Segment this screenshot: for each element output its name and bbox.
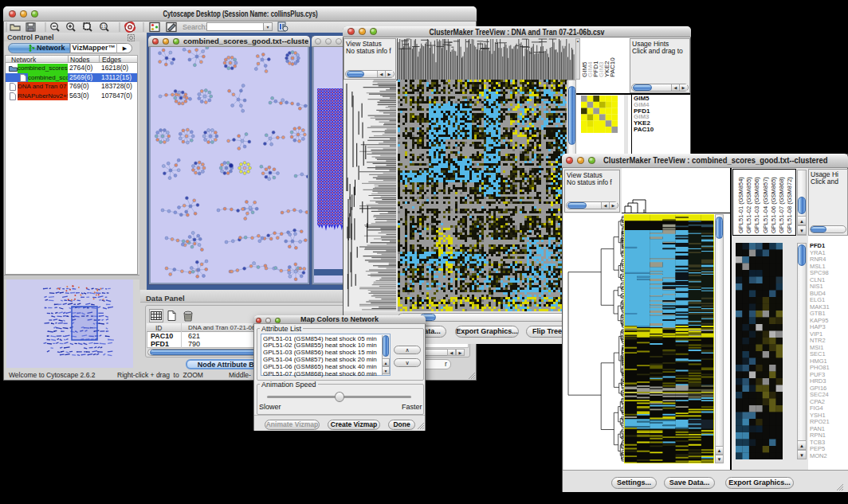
svg-text:1:1: 1:1 xyxy=(101,25,107,29)
